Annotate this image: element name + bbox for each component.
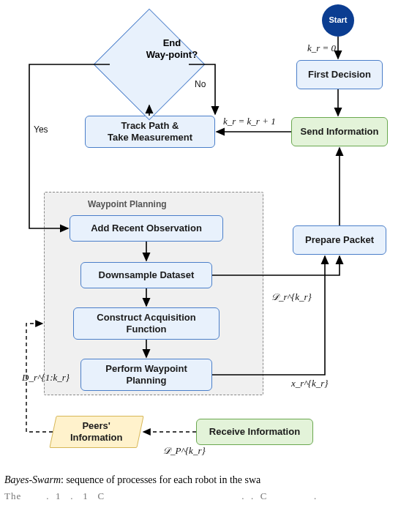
start-label: Start xyxy=(329,15,347,26)
track-label: Track Path & Take Measurement xyxy=(108,120,192,144)
yes-label: Yes xyxy=(34,124,48,135)
acquisition-node: Construct Acquisition Function xyxy=(73,307,220,340)
caption-name: Bayes-Swarm xyxy=(4,474,61,485)
no-label: No xyxy=(195,79,206,89)
peers-label: Peers' Information xyxy=(70,420,123,444)
waypoint-plan-node: Perform Waypoint Planning xyxy=(80,359,212,391)
acq-label: Construct Acquisition Function xyxy=(97,312,195,336)
caption-rest: : sequence of processes for each robot i… xyxy=(61,474,260,485)
downsample-node: Downsample Dataset xyxy=(80,262,212,288)
init-label: k_r = 0 xyxy=(307,42,336,54)
receive-label: Receive Information xyxy=(209,426,300,438)
send-info-label: Send Information xyxy=(301,126,379,138)
decision-label: End Way-point? xyxy=(128,37,216,61)
downsample-out-label: 𝒟_r^{k_r} xyxy=(271,291,312,303)
start-node: Start xyxy=(322,4,354,37)
prepare-label: Prepare Packet xyxy=(305,234,374,246)
downsample-label: Downsample Dataset xyxy=(99,269,195,281)
first-decision-label: First Decision xyxy=(308,69,371,81)
receive-information-node: Receive Information xyxy=(196,419,313,445)
plan-out-label: x_r^{k_r} xyxy=(291,378,329,389)
peers-information-node: Peers' Information xyxy=(49,416,143,448)
track-path-node: Track Path & Take Measurement xyxy=(85,116,215,148)
increment-label: k_r = k_r + 1 xyxy=(223,116,276,127)
figure-caption-line2: The . 1 . 1 C . . C . xyxy=(4,490,414,502)
add-obs-label: Add Recent Observation xyxy=(91,223,202,234)
first-decision-node: First Decision xyxy=(296,60,383,89)
figure-caption: Bayes-Swarm: sequence of processes for e… xyxy=(4,474,414,486)
plan-label: Perform Waypoint Planning xyxy=(105,363,187,387)
prepare-packet-node: Prepare Packet xyxy=(293,225,386,255)
send-information-node: Send Information xyxy=(291,117,388,146)
add-observation-node: Add Recent Observation xyxy=(70,215,223,242)
waypoint-planning-title: Waypoint Planning xyxy=(88,199,167,209)
peers-in-label: D_r^{1:k_r} xyxy=(22,372,70,384)
end-waypoint-decision: End Way-point? xyxy=(94,9,206,121)
receive-out-label: 𝒟_P^{k_r} xyxy=(162,445,206,457)
